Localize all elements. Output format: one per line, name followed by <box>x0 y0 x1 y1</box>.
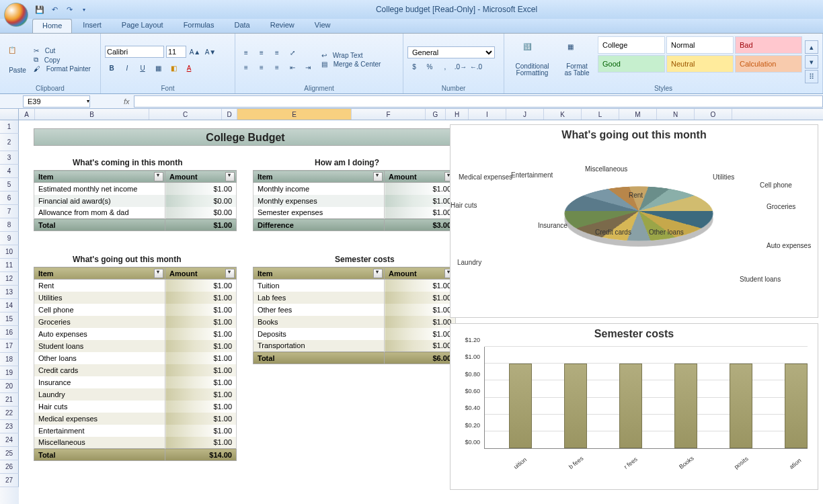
align-middle-icon[interactable]: ≡ <box>255 46 268 59</box>
row-header[interactable]: 18 <box>0 353 19 366</box>
increase-indent-icon[interactable]: ⇥ <box>301 60 315 74</box>
filter-icon[interactable] <box>225 172 235 181</box>
number-format-select[interactable]: General <box>407 46 495 58</box>
filter-icon[interactable] <box>154 269 163 278</box>
align-right-icon[interactable]: ≡ <box>270 60 284 74</box>
row-header[interactable]: 20 <box>0 380 19 393</box>
cell-styles-gallery[interactable]: CollegeNormalBadGoodNeutralCalculation <box>598 36 802 83</box>
row-header[interactable]: 21 <box>0 393 19 407</box>
row-header[interactable]: 14 <box>0 299 19 312</box>
format-painter-button[interactable]: 🖌 Format Painter <box>34 65 91 73</box>
styles-scroll-up-icon[interactable]: ▴ <box>805 40 818 54</box>
tab-view[interactable]: View <box>305 19 340 33</box>
row-header[interactable]: 8 <box>0 218 19 232</box>
qat-dropdown-icon[interactable]: ▾ <box>78 3 90 15</box>
column-header[interactable]: L <box>582 109 619 120</box>
column-header[interactable]: K <box>544 109 582 120</box>
tab-insert[interactable]: Insert <box>73 19 111 33</box>
styles-scroll-down-icon[interactable]: ▾ <box>805 55 818 69</box>
align-left-icon[interactable]: ≡ <box>239 60 253 74</box>
format-as-table-button[interactable]: ▦ Format as Table <box>559 36 595 83</box>
column-header[interactable]: D <box>222 109 237 120</box>
redo-icon[interactable]: ↷ <box>63 3 75 15</box>
styles-more-icon[interactable]: ⠿ <box>805 70 818 83</box>
formula-input[interactable] <box>134 95 823 108</box>
office-button[interactable] <box>4 3 28 27</box>
style-cell[interactable]: College <box>598 36 665 54</box>
column-header[interactable]: A <box>19 109 35 120</box>
style-cell[interactable]: Normal <box>666 36 734 54</box>
column-header[interactable]: N <box>657 109 695 120</box>
decrease-font-icon[interactable]: A▼ <box>204 45 217 58</box>
style-cell[interactable]: Good <box>598 55 665 73</box>
column-header[interactable]: M <box>619 109 657 120</box>
row-header[interactable]: 25 <box>0 447 19 460</box>
row-header[interactable]: 3 <box>0 151 19 165</box>
row-header[interactable]: 13 <box>0 286 19 299</box>
row-header[interactable]: 17 <box>0 339 19 353</box>
filter-icon[interactable] <box>225 269 235 278</box>
row-header[interactable]: 6 <box>0 192 19 205</box>
underline-button[interactable]: U <box>136 61 149 75</box>
row-header[interactable]: 10 <box>0 245 19 259</box>
select-all-corner[interactable] <box>0 109 19 120</box>
align-bottom-icon[interactable]: ≡ <box>270 46 284 59</box>
merge-center-button[interactable]: ▤ Merge & Center <box>321 60 381 68</box>
row-header[interactable]: 9 <box>0 232 19 245</box>
row-header[interactable]: 2 <box>0 134 19 151</box>
italic-button[interactable]: I <box>120 61 134 75</box>
tab-formulas[interactable]: Formulas <box>174 19 224 33</box>
accounting-format-icon[interactable]: $ <box>407 60 421 73</box>
style-cell[interactable]: Calculation <box>735 55 802 73</box>
style-cell[interactable]: Neutral <box>666 55 734 73</box>
filter-icon[interactable] <box>373 172 383 181</box>
name-box[interactable]: E39▾ <box>23 95 90 108</box>
row-header[interactable]: 11 <box>0 259 19 272</box>
font-size-select[interactable] <box>166 46 186 58</box>
tab-data[interactable]: Data <box>225 19 259 33</box>
column-header[interactable]: C <box>149 109 222 120</box>
pie-chart[interactable]: What's going out this month RentUtilitie… <box>450 124 818 318</box>
align-top-icon[interactable]: ≡ <box>239 46 253 59</box>
increase-font-icon[interactable]: A▲ <box>188 45 202 58</box>
wrap-text-button[interactable]: ↩ Wrap Text <box>321 52 381 59</box>
column-header[interactable]: B <box>35 109 149 120</box>
column-header[interactable]: H <box>446 109 469 120</box>
orientation-icon[interactable]: ⤢ <box>286 46 299 59</box>
row-header[interactable]: 22 <box>0 407 19 420</box>
row-header[interactable]: 4 <box>0 165 19 178</box>
row-header[interactable]: 26 <box>0 460 19 474</box>
worksheet-area[interactable]: College Budget What's coming in this mon… <box>19 120 823 504</box>
row-header[interactable]: 12 <box>0 272 19 286</box>
row-header[interactable]: 23 <box>0 420 19 433</box>
row-header[interactable]: 1 <box>0 120 19 134</box>
paste-button[interactable]: 📋 Paste <box>4 36 31 83</box>
percent-format-icon[interactable]: % <box>423 60 436 73</box>
font-family-select[interactable] <box>105 46 164 58</box>
row-header[interactable]: 7 <box>0 205 19 218</box>
row-header[interactable]: 19 <box>0 366 19 380</box>
border-button[interactable]: ▦ <box>151 61 165 75</box>
fx-icon[interactable]: fx <box>124 97 130 106</box>
row-header[interactable]: 24 <box>0 433 19 447</box>
bold-button[interactable]: B <box>105 61 118 75</box>
conditional-formatting-button[interactable]: 🔢 Conditional Formatting <box>508 36 556 83</box>
tab-page-layout[interactable]: Page Layout <box>112 19 173 33</box>
filter-icon[interactable] <box>154 172 163 181</box>
column-header[interactable]: J <box>506 109 544 120</box>
column-header[interactable]: E <box>237 109 352 120</box>
comma-format-icon[interactable]: , <box>438 60 452 73</box>
font-color-button[interactable]: A <box>182 61 196 75</box>
filter-icon[interactable] <box>373 269 383 278</box>
align-center-icon[interactable]: ≡ <box>255 60 268 74</box>
copy-button[interactable]: ⧉ Copy <box>34 56 91 64</box>
decrease-indent-icon[interactable]: ⇤ <box>286 60 299 74</box>
column-header[interactable]: I <box>469 109 506 120</box>
row-header[interactable]: 15 <box>0 312 19 326</box>
undo-icon[interactable]: ↶ <box>48 3 61 15</box>
save-icon[interactable]: 💾 <box>34 3 46 15</box>
tab-review[interactable]: Review <box>261 19 304 33</box>
row-header[interactable]: 27 <box>0 474 19 487</box>
bar-chart[interactable]: Semester costs $0.00$0.20$0.40$0.60$0.80… <box>450 323 818 490</box>
row-header[interactable]: 16 <box>0 326 19 339</box>
